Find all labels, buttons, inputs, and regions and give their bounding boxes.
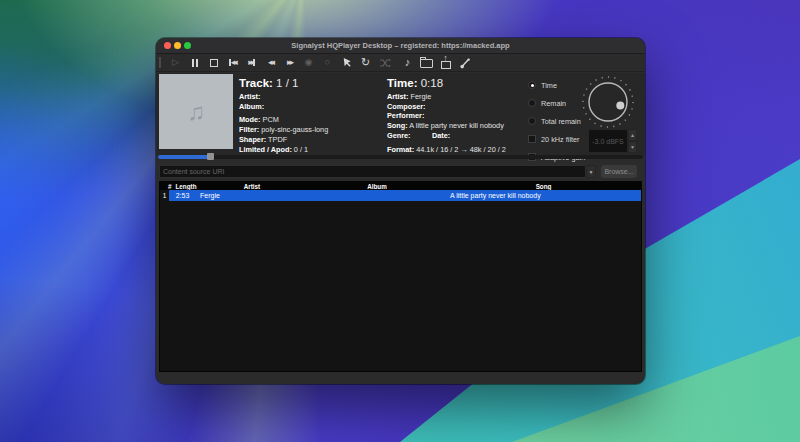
browse-button[interactable]: Browse... [601, 165, 637, 178]
shuffle-button[interactable] [378, 56, 391, 70]
time-info-column: Time: 0:18 Artist: Fergie Composer: Perf… [387, 77, 506, 154]
record-button[interactable]: ◉ [302, 56, 315, 70]
column-header-album[interactable]: Album [308, 183, 446, 190]
monitor-button[interactable]: ○ [321, 56, 334, 70]
remote-button[interactable] [458, 56, 471, 70]
follow-cursor-button[interactable] [340, 56, 353, 70]
play-button[interactable]: ▷ [169, 56, 182, 70]
uri-dropdown-button[interactable]: ▼ [586, 165, 596, 178]
stop-icon [210, 59, 218, 67]
checkbox-20khz-filter[interactable]: 20 kHz filter [528, 130, 585, 148]
cell-song: A little party never kill nobody [446, 190, 641, 201]
column-header-song[interactable]: Song [446, 183, 641, 190]
radio-time[interactable]: Time [528, 76, 585, 94]
volume-knob[interactable] [580, 74, 636, 134]
load-track-button[interactable]: ♪ [401, 56, 414, 70]
radio-icon [528, 81, 536, 89]
shuffle-icon [379, 58, 391, 68]
desktop-wallpaper: { "window_title": "Signalyst HQPlayer De… [0, 0, 800, 442]
now-playing-panel: ♫ Track: 1 / 1 Artist: Album: Mode: PCM … [156, 73, 645, 155]
radio-remain[interactable]: Remain [528, 94, 585, 112]
cell-length: 2:53 [169, 190, 196, 201]
window-title: Signalyst HQPlayer Desktop – registered:… [156, 41, 645, 50]
next-track-button[interactable]: ▸▸ [245, 56, 258, 70]
cursor-icon [341, 57, 352, 68]
display-options: Time Remain Total remain 20 kHz filter A… [528, 76, 585, 166]
radio-total-remain[interactable]: Total remain [528, 112, 585, 130]
titlebar[interactable]: Signalyst HQPlayer Desktop – registered:… [156, 38, 645, 54]
volume-spinner[interactable]: ▲ ▼ [628, 129, 637, 153]
open-folder-button[interactable] [420, 56, 433, 70]
cell-album [308, 190, 446, 201]
spinner-up-icon[interactable]: ▲ [628, 129, 637, 141]
seek-fill [158, 155, 209, 159]
toolbar-handle[interactable] [159, 57, 161, 68]
chevron-down-icon: ▼ [589, 169, 594, 175]
checkbox-icon [528, 135, 536, 143]
repeat-button[interactable]: ↻ [359, 56, 372, 70]
rewind-button[interactable]: ◂◂ [264, 56, 277, 70]
cell-artist: Fergie [196, 190, 308, 201]
knob-icon [580, 74, 636, 130]
row-number: 1 [160, 190, 169, 201]
seek-slider[interactable] [158, 155, 643, 159]
playlist: #Length Artist Album Song 1 2:53 Fergie … [159, 181, 642, 372]
playlist-header: #Length Artist Album Song [160, 182, 641, 190]
fast-forward-button[interactable]: ▸▸ [283, 56, 296, 70]
previous-track-button[interactable]: ◂◂ [226, 56, 239, 70]
volume-display: -3.0 dBFS [588, 129, 628, 153]
pause-button[interactable] [188, 56, 201, 70]
source-row: ▼ Browse... [159, 165, 642, 178]
radio-icon [528, 117, 536, 125]
upload-icon: ↑ [440, 56, 452, 69]
track-info-column: Track: 1 / 1 Artist: Album: Mode: PCM Fi… [239, 77, 328, 154]
stop-button[interactable] [207, 56, 220, 70]
toolbar: ▷ ◂◂ ▸▸ ◂◂ ▸▸ ◉ ○ ↻ ♪ ↑ [156, 54, 645, 72]
seek-handle[interactable] [207, 153, 214, 160]
music-note-icon: ♫ [187, 98, 205, 126]
column-header-artist[interactable]: Artist [196, 183, 308, 190]
column-header-number[interactable]: #Length [160, 183, 196, 190]
radio-icon [528, 99, 536, 107]
hqplayer-window: Signalyst HQPlayer Desktop – registered:… [156, 38, 645, 384]
upload-button[interactable]: ↑ [439, 56, 452, 70]
album-art-placeholder: ♫ [159, 74, 233, 149]
playlist-row[interactable]: 1 2:53 Fergie A little party never kill … [160, 190, 641, 201]
content-source-uri-input[interactable] [159, 165, 586, 178]
spinner-down-icon[interactable]: ▼ [628, 141, 637, 153]
folder-icon [420, 59, 433, 68]
remote-icon [459, 57, 471, 69]
